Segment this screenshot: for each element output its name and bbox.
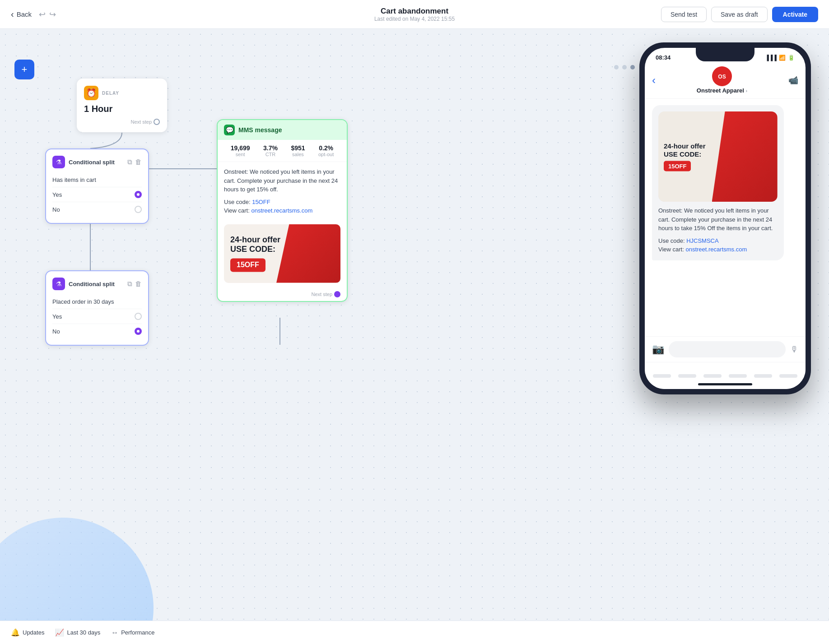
dot-3 xyxy=(630,65,635,69)
mms-code-value: 15OFF xyxy=(252,199,270,205)
copy-icon-1[interactable]: ⧉ xyxy=(127,158,132,166)
stat-sent-value: 19,699 xyxy=(231,144,250,152)
header-right: Send test Save as draft Activate xyxy=(661,7,818,22)
message-body-text: Onstreet: We noticed you left items in y… xyxy=(658,206,778,233)
send-test-button[interactable]: Send test xyxy=(661,7,707,22)
stat-ctr: 3.7% CTR xyxy=(263,144,278,157)
chat-input-field[interactable] xyxy=(669,341,786,357)
mms-next-step: Next step xyxy=(218,287,347,301)
copy-icon-2[interactable]: ⧉ xyxy=(127,280,132,288)
undo-redo-group: ↩ ↪ xyxy=(39,9,56,19)
camera-icon[interactable]: 📷 xyxy=(652,343,664,355)
chat-header: ‹ OS Onstreet Apparel › xyxy=(645,64,806,99)
split-1-yes-label: Yes xyxy=(52,191,62,198)
delay-label: DELAY xyxy=(102,91,119,96)
chat-back-icon[interactable]: ‹ xyxy=(652,74,656,87)
stat-optout: 0.2% opt-out xyxy=(318,144,334,157)
toolbar-last30[interactable]: 📈 Last 30 days xyxy=(55,628,100,637)
split-1-title: Conditional split xyxy=(69,159,115,166)
split-2-icon: ⚗ xyxy=(52,278,65,290)
clock-icon: ⏰ xyxy=(86,88,96,98)
add-node-button[interactable]: + xyxy=(14,60,34,79)
promo-card-code: 15OFF xyxy=(230,258,265,272)
stat-optout-label: opt-out xyxy=(318,152,334,157)
mms-code-label: Use code: xyxy=(224,199,252,205)
toolbar-updates-label: Updates xyxy=(23,629,44,636)
split-2-no-row: No xyxy=(52,324,142,338)
message-promo-image: 24-hour offerUSE CODE: 15OFF xyxy=(658,111,778,202)
delay-node[interactable]: ⏰ DELAY 1 Hour Next step xyxy=(77,79,167,132)
split-2-condition: Placed order in 30 days xyxy=(52,295,142,309)
redo-button[interactable]: ↪ xyxy=(49,9,56,19)
mms-node-header: 💬 MMS message xyxy=(218,120,347,140)
toolbar-updates[interactable]: 🔔 Updates xyxy=(11,628,44,637)
conditional-split-1[interactable]: ⚗ Conditional split ⧉ 🗑 Has items in car… xyxy=(45,148,149,224)
battery-icon: 🔋 xyxy=(788,55,795,61)
store-logo-icon: OS xyxy=(716,70,728,83)
home-indicator xyxy=(698,383,752,385)
workflow-canvas: + ⏰ DELAY 1 Hour Next step ⚗ Conditional… xyxy=(0,29,829,644)
back-button[interactable]: ‹ Back xyxy=(11,9,32,19)
delay-header: ⏰ DELAY xyxy=(84,86,160,100)
dots-decoration xyxy=(614,65,635,69)
split-2-no-radio[interactable] xyxy=(135,328,142,335)
split-1-no-row: No xyxy=(52,202,142,217)
stat-sales-label: sales xyxy=(291,152,305,157)
phone-time: 08:34 xyxy=(656,54,671,61)
chat-store-name: Onstreet Apparel › xyxy=(697,87,747,94)
mic-icon[interactable]: 🎙 xyxy=(790,345,798,354)
message-code-label: Use code: xyxy=(658,237,686,244)
mms-node[interactable]: 💬 MMS message 19,699 sent 3.7% CTR $951 … xyxy=(217,119,348,302)
promo-person xyxy=(276,224,340,283)
split-1-yes-radio[interactable] xyxy=(135,191,142,198)
video-call-icon[interactable]: 📹 xyxy=(788,75,798,85)
nav-pill-6 xyxy=(779,374,797,378)
phone-promo-text: 24-hour offerUSE CODE: 15OFF xyxy=(664,142,706,171)
stat-ctr-label: CTR xyxy=(263,152,278,157)
save-draft-button[interactable]: Save as draft xyxy=(711,7,768,22)
phone-promo-title: 24-hour offerUSE CODE: xyxy=(664,142,706,158)
stat-sent: 19,699 sent xyxy=(231,144,250,157)
phone-promo-badge: 15OFF xyxy=(664,161,691,171)
message-cart-line: View cart: onstreet.recartsms.com xyxy=(658,245,778,254)
split-1-no-radio[interactable] xyxy=(135,206,142,213)
phone-promo-card: 24-hour offerUSE CODE: 15OFF xyxy=(658,111,778,202)
mms-cart-line: View cart: onstreet.recartsms.com xyxy=(224,206,340,215)
delay-value: 1 Hour xyxy=(84,104,160,114)
activate-button[interactable]: Activate xyxy=(772,7,818,22)
page-title: Cart abandonment xyxy=(374,7,455,16)
mms-cart-link: onstreet.recartsms.com xyxy=(251,207,312,214)
split-1-no-label: No xyxy=(52,206,60,213)
dot-1 xyxy=(614,65,619,69)
message-cart-label: View cart: xyxy=(658,246,685,253)
chat-header-center: OS Onstreet Apparel › xyxy=(697,66,747,94)
chat-input-area: 📷 🎙 xyxy=(645,336,806,362)
mms-body-text: Onstreet: We noticed you left items in y… xyxy=(224,167,340,194)
split-2-yes-radio[interactable] xyxy=(135,313,142,320)
trash-icon-2[interactable]: 🗑 xyxy=(135,280,142,288)
toolbar-performance[interactable]: ↔ Performance xyxy=(111,629,154,637)
bottom-toolbar: 🔔 Updates 📈 Last 30 days ↔ Performance xyxy=(0,621,829,644)
conditional-split-2[interactable]: ⚗ Conditional split ⧉ 🗑 Placed order in … xyxy=(45,270,149,346)
split-1-icon: ⚗ xyxy=(52,156,65,168)
delay-next-step: Next step xyxy=(84,119,160,125)
phone-notch xyxy=(696,48,754,61)
split-2-header: ⚗ Conditional split ⧉ 🗑 xyxy=(52,278,142,290)
message-text-1: Onstreet: We noticed you left items in y… xyxy=(658,206,778,254)
back-label: Back xyxy=(17,10,32,18)
header-left: ‹ Back ↩ ↪ xyxy=(11,9,56,19)
filter-icon-2: ⚗ xyxy=(56,280,62,287)
promo-card-title: 24-hour offerUSE CODE: xyxy=(230,235,280,255)
undo-button[interactable]: ↩ xyxy=(39,9,46,19)
promo-text-block: 24-hour offerUSE CODE: 15OFF xyxy=(230,235,280,272)
split-2-no-label: No xyxy=(52,328,60,335)
mms-body: Onstreet: We noticed you left items in y… xyxy=(218,162,347,221)
message-cart-link: onstreet.recartsms.com xyxy=(685,246,747,253)
mms-promo-image: 24-hour offerUSE CODE: 15OFF xyxy=(224,224,340,283)
nav-pill-1 xyxy=(653,374,671,378)
trash-icon-1[interactable]: 🗑 xyxy=(135,158,142,166)
message-icon: 💬 xyxy=(226,126,233,134)
stat-ctr-value: 3.7% xyxy=(263,144,278,152)
back-icon: ‹ xyxy=(11,9,14,19)
nav-pill-3 xyxy=(703,374,722,378)
